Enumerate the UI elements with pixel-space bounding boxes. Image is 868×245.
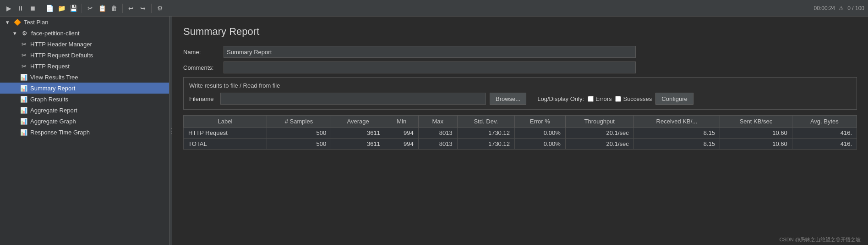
toolbar-separator-4 [151, 4, 152, 13]
sidebar-item-http-request[interactable]: ✂ HTTP Request [0, 61, 169, 72]
sidebar-item-label-response-time-graph: Response Time Graph [30, 129, 90, 136]
filename-label: Filename [189, 95, 217, 102]
table-cell-1-1: 500 [267, 139, 331, 150]
toolbar-icon-stop[interactable]: ⏹ [27, 3, 38, 13]
sidebar-item-aggregate-graph[interactable]: 📊 Aggregate Graph [0, 116, 169, 127]
toolbar-icon-delete[interactable]: 🗑 [109, 3, 119, 13]
http-header-manager-icon: ✂ [20, 40, 27, 48]
filename-input[interactable] [220, 93, 486, 105]
view-results-tree-icon: 📊 [20, 73, 27, 81]
browse-button[interactable]: Browse... [490, 93, 526, 105]
table-cell-1-9: 10.60 [720, 139, 792, 150]
comments-row: Comments: [183, 61, 857, 73]
write-results-title: Write results to file / Read from file [189, 82, 851, 89]
log-display-label: Log/Display Only: [537, 95, 584, 102]
filename-row: Filename Browse... Log/Display Only: Err… [189, 93, 851, 105]
toolbar-icon-copy[interactable]: 📋 [97, 3, 107, 13]
toolbar-icon-save[interactable]: 💾 [68, 3, 78, 13]
table-row: HTTP Request500361199480131730.120.00%20… [184, 128, 857, 139]
toolbar-status-area: 00:00:24 ⚠ 0 / 100 [814, 5, 864, 11]
toolbar-icon-pause[interactable]: ⏸ [16, 3, 26, 13]
sidebar-item-label-aggregate-graph: Aggregate Graph [30, 118, 76, 125]
successes-label: Successes [623, 95, 652, 102]
sidebar: ▾ 🔶 Test Plan ▾ ⚙ face-petition-client ✂… [0, 17, 169, 245]
sidebar-item-response-time-graph[interactable]: 📊 Response Time Graph [0, 127, 169, 138]
table-cell-0-3: 994 [385, 128, 418, 139]
table-cell-0-0: HTTP Request [184, 128, 267, 139]
table-header-row: Label # Samples Average Min Max Std. Dev… [184, 116, 857, 128]
sidebar-item-http-request-defaults[interactable]: ✂ HTTP Request Defaults [0, 50, 169, 61]
toolbar-icon-play[interactable]: ▶ [4, 3, 14, 13]
col-label: Label [184, 116, 267, 128]
errors-checkbox-label[interactable]: Errors [588, 95, 611, 102]
table-cell-1-6: 0.00% [514, 139, 565, 150]
errors-label: Errors [595, 95, 611, 102]
configure-button[interactable]: Configure [655, 93, 693, 105]
sidebar-item-label-face-petition: face-petition-client [31, 30, 80, 37]
toolbar-separator-1 [41, 4, 41, 13]
http-request-defaults-icon: ✂ [20, 51, 27, 59]
name-input[interactable] [224, 46, 636, 58]
successes-checkbox-label[interactable]: Successes [615, 95, 652, 102]
toolbar-icon-new[interactable]: 📄 [44, 3, 55, 13]
col-received-kb: Received KB/... [633, 116, 720, 128]
sidebar-item-label-summary-report: Summary Report [30, 85, 75, 92]
page-title: Summary Report [183, 26, 857, 38]
col-avg-bytes: Avg. Bytes [792, 116, 857, 128]
toolbar-icon-open[interactable]: 📁 [56, 3, 66, 13]
table-cell-0-10: 416. [792, 128, 857, 139]
toolbar-separator-2 [82, 4, 82, 13]
table-cell-0-5: 1730.12 [457, 128, 514, 139]
sidebar-item-test-plan[interactable]: ▾ 🔶 Test Plan [0, 17, 169, 28]
table-body: HTTP Request500361199480131730.120.00%20… [184, 128, 857, 150]
toolbar-icon-settings[interactable]: ⚙ [155, 3, 165, 13]
sidebar-item-view-results-tree[interactable]: 📊 View Results Tree [0, 72, 169, 83]
comments-input[interactable] [224, 61, 636, 73]
expand-icon-face-petition: ▾ [11, 29, 18, 37]
expand-icon-test-plan: ▾ [4, 18, 11, 26]
response-time-graph-icon: 📊 [20, 128, 27, 136]
col-average: Average [331, 116, 385, 128]
toolbar-separator-3 [122, 4, 123, 13]
table-cell-1-8: 8.15 [633, 139, 720, 150]
results-table: Label # Samples Average Min Max Std. Dev… [183, 115, 857, 150]
summary-report-icon: 📊 [20, 84, 27, 92]
content-area: Summary Report Name: Comments: Write res… [172, 17, 868, 245]
toolbar-time: 00:00:24 [814, 5, 835, 11]
table-cell-0-9: 10.60 [720, 128, 792, 139]
sidebar-item-label-http-request-defaults: HTTP Request Defaults [30, 52, 93, 59]
table-cell-0-1: 500 [267, 128, 331, 139]
errors-checkbox[interactable] [588, 96, 594, 102]
sidebar-item-aggregate-report[interactable]: 📊 Aggregate Report [0, 105, 169, 116]
col-max: Max [418, 116, 457, 128]
table-cell-0-2: 3611 [331, 128, 385, 139]
table-cell-1-0: TOTAL [184, 139, 267, 150]
test-plan-icon: 🔶 [14, 18, 21, 26]
col-sent-kb: Sent KB/sec [720, 116, 792, 128]
name-row: Name: [183, 46, 857, 58]
col-stddev: Std. Dev. [457, 116, 514, 128]
successes-checkbox[interactable] [615, 96, 621, 102]
table-cell-0-6: 0.00% [514, 128, 565, 139]
face-petition-icon: ⚙ [21, 29, 28, 37]
table-cell-1-4: 8013 [418, 139, 457, 150]
watermark: CSDN @愚昧之山绝望之谷开悟之坡 [780, 236, 861, 243]
name-label: Name: [183, 49, 220, 56]
sidebar-item-http-header-manager[interactable]: ✂ HTTP Header Manager [0, 39, 169, 50]
table-cell-0-7: 20.1/sec [565, 128, 633, 139]
table-cell-1-5: 1730.12 [457, 139, 514, 150]
aggregate-graph-icon: 📊 [20, 117, 27, 125]
sidebar-item-label-http-header-manager: HTTP Header Manager [30, 41, 92, 48]
table-cell-1-10: 416. [792, 139, 857, 150]
toolbar-icon-cut[interactable]: ✂ [85, 3, 95, 13]
toolbar-icon-undo[interactable]: ↩ [126, 3, 136, 13]
col-throughput: Throughput [565, 116, 633, 128]
sidebar-item-summary-report[interactable]: 📊 Summary Report [0, 83, 169, 94]
graph-results-icon: 📊 [20, 95, 27, 103]
sidebar-item-graph-results[interactable]: 📊 Graph Results [0, 94, 169, 105]
table-cell-1-2: 3611 [331, 139, 385, 150]
sidebar-item-label-test-plan: Test Plan [24, 19, 48, 26]
aggregate-report-icon: 📊 [20, 106, 27, 114]
toolbar-icon-redo[interactable]: ↪ [138, 3, 148, 13]
sidebar-item-face-petition[interactable]: ▾ ⚙ face-petition-client [0, 28, 169, 39]
